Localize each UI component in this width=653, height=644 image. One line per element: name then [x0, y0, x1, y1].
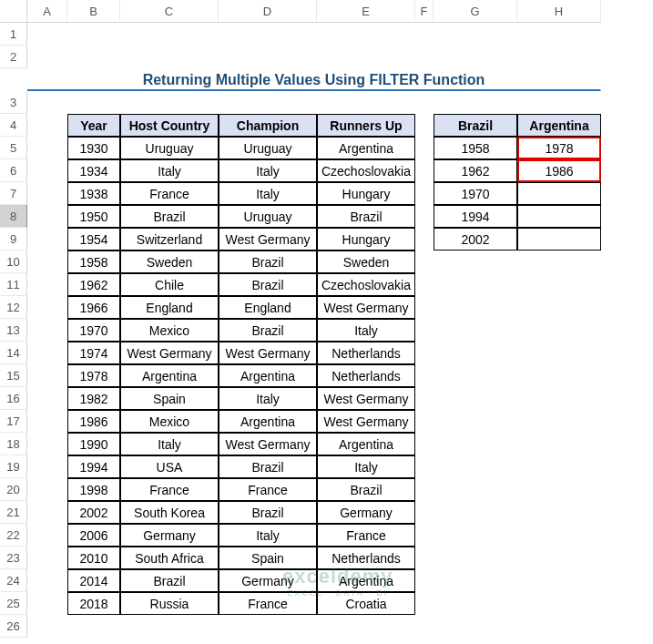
cell-A25[interactable]: [27, 592, 67, 615]
cell-H17[interactable]: [517, 410, 601, 433]
row-header-21[interactable]: 21: [0, 501, 27, 524]
row-header-24[interactable]: 24: [0, 569, 27, 592]
main-cell[interactable]: USA: [120, 455, 219, 478]
main-cell[interactable]: France: [219, 592, 317, 615]
main-cell[interactable]: 2014: [67, 569, 120, 592]
side-cell[interactable]: [517, 205, 601, 228]
main-cell[interactable]: Netherlands: [317, 342, 415, 364]
cell-E1[interactable]: [317, 23, 415, 46]
main-cell[interactable]: Czechoslovakia: [317, 273, 415, 296]
main-cell[interactable]: Hungary: [317, 182, 415, 205]
cell-A17[interactable]: [27, 410, 67, 433]
main-cell[interactable]: Germany: [219, 569, 317, 592]
cell-A11[interactable]: [27, 273, 67, 296]
main-cell[interactable]: West Germany: [317, 410, 415, 433]
main-cell[interactable]: Italy: [120, 433, 219, 455]
cell-A5[interactable]: [27, 137, 67, 159]
side-cell[interactable]: 1994: [434, 205, 517, 228]
cell-D1[interactable]: [219, 23, 317, 46]
side-cell[interactable]: 1962: [434, 159, 517, 182]
cell-G15[interactable]: [434, 364, 517, 387]
cell-F23[interactable]: [415, 547, 434, 569]
cell-F4[interactable]: [415, 114, 434, 137]
cell-G10[interactable]: [434, 250, 517, 273]
main-cell[interactable]: Brazil: [317, 205, 415, 228]
cell-G14[interactable]: [434, 342, 517, 364]
main-cell[interactable]: 1954: [67, 228, 120, 250]
main-cell[interactable]: South Korea: [120, 501, 219, 524]
cell-F8[interactable]: [415, 205, 434, 228]
cell-A22[interactable]: [27, 524, 67, 547]
cell-A13[interactable]: [27, 319, 67, 342]
cell-F24[interactable]: [415, 569, 434, 592]
row-header-6[interactable]: 6: [0, 159, 27, 182]
cell-A12[interactable]: [27, 296, 67, 319]
cell-B26[interactable]: [67, 615, 120, 638]
col-header-G[interactable]: G: [434, 0, 517, 23]
main-cell[interactable]: England: [120, 296, 219, 319]
cell-F25[interactable]: [415, 592, 434, 615]
row-header-23[interactable]: 23: [0, 547, 27, 569]
cell-G12[interactable]: [434, 296, 517, 319]
main-cell[interactable]: West Germany: [317, 296, 415, 319]
side-cell[interactable]: 1970: [434, 182, 517, 205]
cell-A2[interactable]: [27, 46, 67, 68]
cell-G20[interactable]: [434, 478, 517, 501]
cell-G23[interactable]: [434, 547, 517, 569]
col-header-A[interactable]: A: [27, 0, 67, 23]
row-header-14[interactable]: 14: [0, 342, 27, 364]
cell-H10[interactable]: [517, 250, 601, 273]
main-cell[interactable]: 1970: [67, 319, 120, 342]
main-cell[interactable]: West Germany: [317, 387, 415, 410]
main-cell[interactable]: Chile: [120, 273, 219, 296]
main-cell[interactable]: Argentina: [219, 410, 317, 433]
cell-F10[interactable]: [415, 250, 434, 273]
cell-F3[interactable]: [415, 91, 434, 114]
cell-G1[interactable]: [434, 23, 517, 46]
main-cell[interactable]: 1966: [67, 296, 120, 319]
main-cell[interactable]: South Africa: [120, 547, 219, 569]
cell-H15[interactable]: [517, 364, 601, 387]
main-cell[interactable]: France: [219, 478, 317, 501]
col-header-C[interactable]: C: [120, 0, 219, 23]
side-cell[interactable]: 1958: [434, 137, 517, 159]
col-header-B[interactable]: B: [67, 0, 120, 23]
main-cell[interactable]: 1978: [67, 364, 120, 387]
row-header-17[interactable]: 17: [0, 410, 27, 433]
main-cell[interactable]: 1974: [67, 342, 120, 364]
main-cell[interactable]: Brazil: [219, 273, 317, 296]
cell-H14[interactable]: [517, 342, 601, 364]
main-cell[interactable]: Argentina: [317, 433, 415, 455]
side-cell[interactable]: [517, 182, 601, 205]
cell-A3[interactable]: [27, 91, 67, 114]
cell-H11[interactable]: [517, 273, 601, 296]
cell-A23[interactable]: [27, 547, 67, 569]
row-header-8[interactable]: 8: [0, 205, 27, 228]
row-header-13[interactable]: 13: [0, 319, 27, 342]
cell-F13[interactable]: [415, 319, 434, 342]
row-header-3[interactable]: 3: [0, 91, 27, 114]
main-cell[interactable]: Argentina: [120, 364, 219, 387]
main-cell[interactable]: West Germany: [219, 342, 317, 364]
cell-C1[interactable]: [120, 23, 219, 46]
main-cell[interactable]: Italy: [219, 159, 317, 182]
cell-A26[interactable]: [27, 615, 67, 638]
cell-F17[interactable]: [415, 410, 434, 433]
cell-A24[interactable]: [27, 569, 67, 592]
cell-A8[interactable]: [27, 205, 67, 228]
cell-A16[interactable]: [27, 387, 67, 410]
cell-G17[interactable]: [434, 410, 517, 433]
cell-F16[interactable]: [415, 387, 434, 410]
cell-E26[interactable]: [317, 615, 415, 638]
main-cell[interactable]: 2006: [67, 524, 120, 547]
cell-A1[interactable]: [27, 23, 67, 46]
row-header-22[interactable]: 22: [0, 524, 27, 547]
main-cell[interactable]: Italy: [317, 319, 415, 342]
cell-F12[interactable]: [415, 296, 434, 319]
main-cell[interactable]: Brazil: [120, 569, 219, 592]
cell-H21[interactable]: [517, 501, 601, 524]
main-cell[interactable]: Switzerland: [120, 228, 219, 250]
cell-H3[interactable]: [517, 91, 601, 114]
cell-F11[interactable]: [415, 273, 434, 296]
row-header-7[interactable]: 7: [0, 182, 27, 205]
